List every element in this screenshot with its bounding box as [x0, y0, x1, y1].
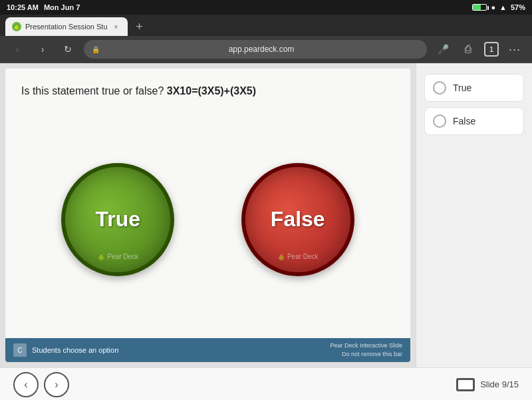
watermark-text-false: Pear Deck — [287, 253, 319, 260]
slide-type-icon: C — [13, 343, 27, 357]
signal-icon: ▲ — [499, 3, 507, 11]
bottom-nav: ‹ › Slide 9/15 — [0, 367, 532, 400]
forward-button[interactable]: › — [33, 40, 52, 59]
prev-button[interactable]: ‹ — [13, 372, 39, 397]
status-right: ● ▲ 57% — [472, 3, 525, 11]
pear-icon-false: 🍐 — [277, 253, 285, 260]
wifi-icon: ● — [491, 3, 495, 11]
true-choice[interactable]: True 🍐 Pear Deck — [61, 163, 174, 276]
tab-close-button[interactable]: × — [112, 22, 121, 31]
slide-bottom-left: C Students choose an option — [13, 343, 118, 357]
tabs-count[interactable]: 1 — [484, 42, 499, 57]
radio-false-label: False — [453, 116, 475, 126]
active-tab[interactable]: 🍐 Presentation Session Stu × — [5, 17, 128, 36]
slide-instruction: Students choose an option — [32, 346, 118, 354]
tab-favicon: 🍐 — [12, 22, 21, 31]
time-display: 10:25 AM — [7, 3, 39, 11]
choices-row: True 🍐 Pear Deck False 🍐 Pear Deck — [21, 112, 394, 327]
watermark-text-true: Pear Deck — [107, 253, 138, 260]
nav-arrows: ‹ › — [13, 372, 69, 397]
slide-content: Is this statement true or false? 3X10=(3… — [5, 69, 410, 338]
true-label: True — [95, 207, 140, 232]
status-left: 10:25 AM Mon Jun 7 — [7, 3, 80, 11]
radio-true-label: True — [453, 83, 471, 93]
back-button[interactable]: ‹ — [8, 40, 27, 59]
status-bar: 10:25 AM Mon Jun 7 ● ▲ 57% — [0, 0, 532, 15]
question-bold: 3X10=(3X5)+(3X5) — [164, 85, 256, 97]
more-button[interactable]: ··· — [505, 40, 524, 59]
battery-icon — [472, 4, 487, 11]
question-text: Is this statement true or false? — [21, 85, 164, 97]
next-button[interactable]: › — [44, 372, 69, 397]
pear-icon-true: 🍐 — [97, 253, 105, 260]
slide-container: Is this statement true or false? 3X10=(3… — [5, 69, 410, 362]
radio-option-false[interactable]: False — [424, 107, 524, 135]
browser-chrome: 🍐 Presentation Session Stu × + ‹ › ↻ 🔒 a… — [0, 15, 532, 63]
url-text: app.peardeck.com — [104, 45, 419, 54]
radio-true-circle — [433, 81, 446, 95]
brand-line2: Do not remove this bar — [330, 350, 402, 359]
false-choice[interactable]: False 🍐 Pear Deck — [241, 163, 354, 276]
lock-icon: 🔒 — [92, 46, 100, 53]
tab-title: Presentation Session Stu — [25, 23, 108, 31]
right-panel: True False — [416, 63, 532, 367]
true-watermark: 🍐 Pear Deck — [97, 253, 138, 260]
slide-question: Is this statement true or false? 3X10=(3… — [21, 85, 394, 99]
content-area: Is this statement true or false? 3X10=(3… — [0, 63, 532, 367]
battery-percent: 57% — [511, 3, 525, 11]
slide-icon-inner — [458, 380, 473, 389]
slide-bottom-bar: C Students choose an option Pear Deck In… — [5, 338, 410, 362]
false-label: False — [271, 207, 325, 232]
tab-bar: 🍐 Presentation Session Stu × + — [0, 15, 532, 36]
date-display: Mon Jun 7 — [44, 3, 80, 11]
slide-area: Is this statement true or false? 3X10=(3… — [0, 63, 416, 367]
new-tab-button[interactable]: + — [130, 17, 149, 36]
slide-icon-bottom — [456, 378, 475, 391]
slide-bottom-right: Pear Deck Interactive Slide Do not remov… — [330, 341, 402, 358]
slide-indicator: Slide 9/15 — [456, 378, 519, 391]
slide-number: Slide 9/15 — [480, 379, 519, 389]
reload-button[interactable]: ↻ — [59, 40, 77, 59]
brand-line1: Pear Deck Interactive Slide — [330, 341, 402, 350]
address-bar: ‹ › ↻ 🔒 app.peardeck.com 🎤 ⎙ 1 ··· — [0, 36, 532, 63]
radio-false-circle — [433, 114, 446, 128]
mic-button[interactable]: 🎤 — [434, 40, 452, 59]
url-bar[interactable]: 🔒 app.peardeck.com — [84, 40, 427, 59]
share-button[interactable]: ⎙ — [459, 40, 477, 59]
false-watermark: 🍐 Pear Deck — [277, 253, 319, 260]
radio-option-true[interactable]: True — [424, 74, 524, 102]
